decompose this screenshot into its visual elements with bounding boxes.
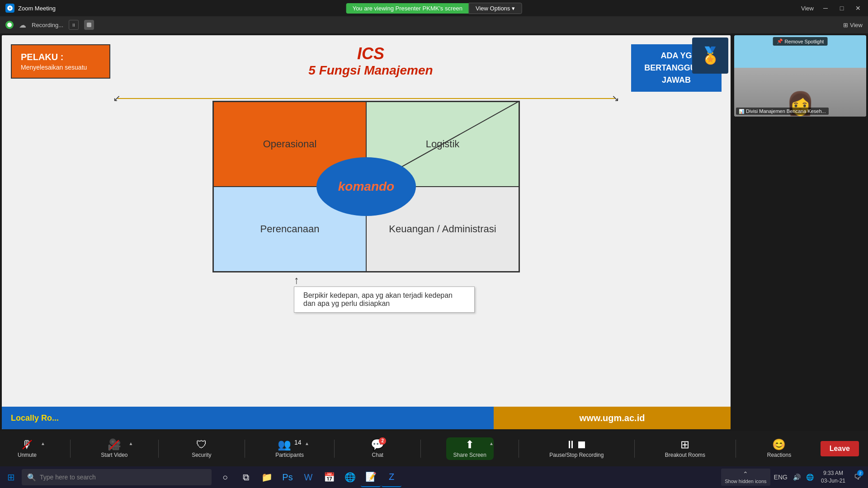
network-icon[interactable]: 🌐 — [804, 472, 816, 483]
share-screen-button[interactable]: ⬆ Share Screen — [446, 437, 494, 460]
title-bar: Zoom Meeting You are viewing Presenter P… — [0, 0, 868, 16]
toolbar: 🎙 Unmute ▲ 🎥 Start Video ▲ 🛡 Security 👥 … — [0, 431, 868, 466]
security-label: Security — [192, 452, 211, 458]
windows-logo-icon: ⊞ — [7, 472, 15, 483]
arrow-line-h: ↙ ↘ — [118, 98, 615, 99]
view-button-bar[interactable]: ⊞ View — [843, 22, 863, 28]
logo-emblem: 🏅 — [700, 46, 721, 65]
participants-label: Participants — [275, 452, 304, 458]
view-label: View — [850, 22, 863, 28]
logistik-label: Logistik — [426, 138, 460, 150]
participants-icon: 👥 14 — [278, 439, 301, 450]
share-chevron[interactable]: ▲ — [489, 441, 494, 446]
right-panel: ‖ 👩 📌 Remove Spotlight 📊 Divisi Manajeme… — [732, 33, 868, 431]
divider-4 — [334, 440, 335, 458]
chat-button[interactable]: 💬 2 Chat — [359, 437, 396, 460]
pause-recording-button[interactable]: ⏸ — [69, 20, 79, 30]
tooltip-box: Berpikir kedepan, apa yg akan terjadi ke… — [294, 286, 475, 313]
participants-chevron[interactable]: ▲ — [305, 441, 309, 446]
chat-icon: 💬 2 — [371, 439, 384, 450]
tooltip-text: Berpikir kedepan, apa yg akan terjadi ke… — [303, 291, 453, 307]
recording-text: Recording... — [32, 22, 63, 28]
ics-center: ICS 5 Fungsi Manajemen — [119, 44, 622, 78]
divider-1 — [70, 440, 71, 458]
reactions-icon: 😊 — [772, 439, 786, 450]
taskbar-search[interactable]: 🔍 Type here to search — [22, 469, 212, 485]
divider-7 — [634, 440, 635, 458]
notification-button[interactable]: 🗨 2 — [851, 467, 864, 487]
taskbar-app1[interactable]: 📅 — [319, 467, 339, 487]
system-clock[interactable]: 9:33 AM 03-Jun-21 — [817, 469, 849, 485]
remove-spotlight-button[interactable]: 📌 Remove Spotlight — [773, 37, 828, 46]
breakout-label: Breakout Rooms — [665, 452, 705, 458]
share-screen-label: Share Screen — [453, 452, 486, 458]
grid-icon: ⊞ — [843, 22, 848, 28]
bottom-arrow-area: ↑ Berpikir kedepan, apa yg akan terjadi … — [212, 275, 520, 313]
start-video-group: 🎥 Start Video ▲ — [95, 437, 133, 460]
search-placeholder-text: Type here to search — [40, 474, 96, 481]
breakout-rooms-button[interactable]: ⊞ Breakout Rooms — [660, 437, 711, 460]
unmute-button[interactable]: 🎙 Unmute — [9, 437, 45, 460]
start-button[interactable]: ⊞ — [0, 466, 22, 488]
presenter-banner: You are viewing Presenter PKMK's screen — [346, 3, 469, 14]
unmute-label: Unmute — [18, 452, 37, 458]
taskbar-task-view[interactable]: ⧉ — [236, 467, 256, 487]
titlebar-center: You are viewing Presenter PKMK's screen … — [346, 3, 522, 14]
shield-icon: 🛡 — [196, 439, 207, 450]
security-button[interactable]: 🛡 Security — [184, 437, 220, 460]
taskbar-apps: ○ ⧉ 📁 Ps W 📅 🌐 📝 Z — [212, 467, 405, 487]
recording-control-button[interactable]: ⏸⏹ Pause/Stop Recording — [544, 437, 609, 460]
speaker-name-text: Divisi Manajemen Bencana Keseh... — [746, 108, 826, 114]
taskbar-word[interactable]: W — [298, 467, 318, 487]
speaker-video-content: 👩 — [734, 35, 866, 117]
participants-button[interactable]: 👥 14 Participants — [270, 437, 309, 460]
language-icon[interactable]: ENG — [772, 472, 789, 483]
unmute-chevron[interactable]: ▲ — [41, 441, 45, 446]
volume-icon[interactable]: 🔊 — [791, 472, 802, 483]
video-chevron[interactable]: ▲ — [129, 441, 133, 446]
banner-blue: Locally Ro... — [2, 407, 494, 429]
chevron-up-icon: ⌃ — [743, 470, 748, 478]
banner-left-text: Locally Ro... — [11, 413, 59, 423]
chevron-down-icon: ▾ — [512, 5, 515, 12]
taskbar-explorer[interactable]: 📁 — [257, 467, 277, 487]
slide-top-section: PELAKU : Menyelesaikan sesuatu ICS 5 Fun… — [11, 44, 722, 92]
stop-recording-button[interactable] — [84, 20, 94, 30]
show-hidden-label: Show hidden icons — [725, 479, 766, 484]
taskbar-zoom[interactable]: Z — [382, 467, 401, 487]
share-screen-icon: ⬆ — [465, 439, 474, 450]
clock-time: 9:33 AM — [821, 469, 845, 477]
speaker-video: ‖ 👩 📌 Remove Spotlight 📊 Divisi Manajeme… — [734, 35, 866, 117]
titlebar-controls: View ─ □ ✕ — [801, 4, 863, 13]
slide-bottom-banner: Locally Ro... www.ugm.ac.id — [2, 407, 731, 429]
reactions-button[interactable]: 😊 Reactions — [761, 437, 797, 460]
komando-label: komando — [338, 179, 394, 194]
participants-count: 14 — [294, 439, 302, 446]
arrow-up-icon: ↑ — [294, 275, 299, 286]
leave-button[interactable]: Leave — [821, 441, 859, 456]
search-icon: 🔍 — [27, 473, 36, 482]
close-button[interactable]: ✕ — [854, 4, 863, 13]
main-area: 🏅 PELAKU : Menyelesaikan sesuatu ICS 5 F… — [0, 33, 868, 431]
view-options-button[interactable]: View Options ▾ — [469, 3, 522, 14]
minimize-button[interactable]: ─ — [821, 4, 830, 13]
zoom-icon — [5, 4, 14, 13]
speaker-name-label: 📊 Divisi Manajemen Bencana Keseh... — [736, 108, 829, 115]
recording-dot — [5, 21, 14, 29]
pelaku-sub: Menyelesaikan sesuatu — [21, 63, 100, 72]
show-hidden-icons-button[interactable]: ⌃ Show hidden icons — [721, 469, 770, 486]
taskbar: ⊞ 🔍 Type here to search ○ ⧉ 📁 Ps W 📅 🌐 📝… — [0, 466, 868, 488]
notification-badge: 2 — [857, 470, 863, 476]
maximize-button[interactable]: □ — [837, 4, 846, 13]
view-button[interactable]: View — [801, 5, 814, 12]
taskbar-cortana[interactable]: ○ — [215, 467, 235, 487]
ics-subtitle: 5 Fungsi Manajemen — [119, 63, 622, 78]
taskbar-edge[interactable]: 🌐 — [340, 467, 360, 487]
share-screen-group: ⬆ Share Screen ▲ — [446, 437, 494, 460]
breakout-icon: ⊞ — [680, 439, 689, 450]
pin-icon: 📌 — [777, 38, 783, 44]
diagram-grid-wrapper: Operasional Logistik Perencanaan Keuanga… — [212, 101, 520, 272]
taskbar-notes[interactable]: 📝 — [361, 467, 381, 487]
start-video-button[interactable]: 🎥 Start Video — [95, 437, 133, 460]
taskbar-photoshop[interactable]: Ps — [278, 467, 297, 487]
